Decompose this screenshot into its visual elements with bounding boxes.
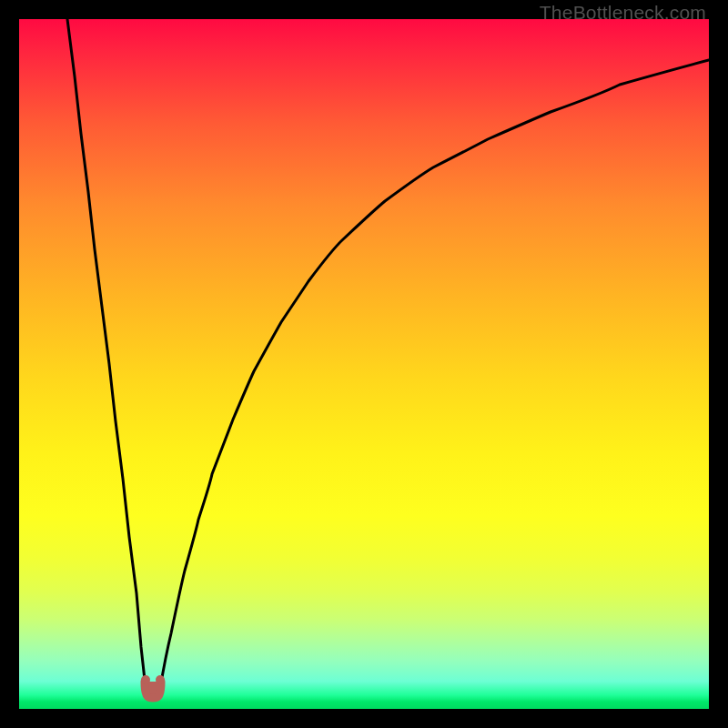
curve-right-branch [160, 60, 709, 688]
curve-left-branch [67, 19, 146, 688]
plot-area [19, 19, 709, 709]
valley-marker [141, 675, 165, 698]
chart-frame: TheBottleneck.com [0, 0, 728, 728]
attribution-text: TheBottleneck.com [540, 2, 706, 24]
svg-point-0 [141, 675, 150, 684]
svg-point-1 [156, 675, 165, 684]
curve-layer [19, 19, 709, 709]
